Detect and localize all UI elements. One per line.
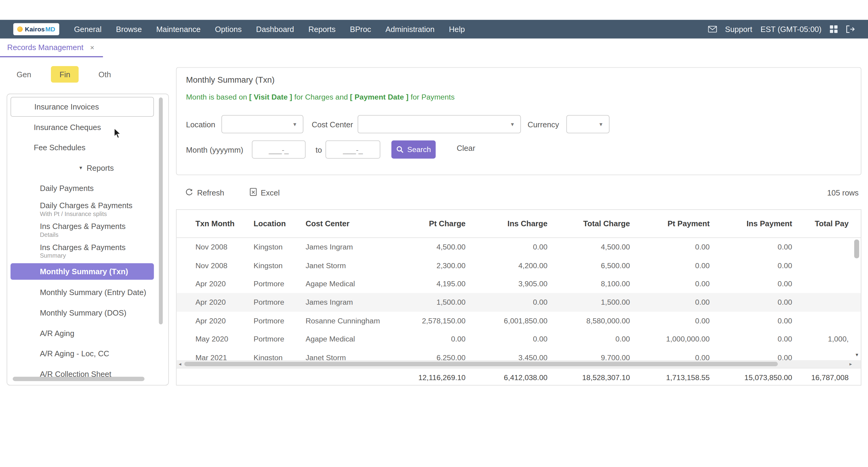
table-cell: 0.00 bbox=[472, 335, 554, 343]
table-row[interactable]: Apr 2020PortmoreRosanne Cunningham2,578,… bbox=[177, 311, 861, 330]
sidebar-item-label: Ins Charges & Payments bbox=[40, 243, 168, 251]
sidebar-item-label: A/R Aging - Loc, CC bbox=[40, 349, 168, 357]
table-cell: Nov 2008 bbox=[177, 261, 254, 270]
sidebar-item-insurance-invoices[interactable]: Insurance Invoices bbox=[10, 97, 154, 117]
sidebar-item-monthly-summary-entry-date[interactable]: Monthly Summary (Entry Date) bbox=[7, 282, 168, 303]
table-cell: 1,500.00 bbox=[554, 298, 637, 306]
apps-grid-icon[interactable] bbox=[830, 25, 838, 33]
sidebar-horizontal-scroll-thumb[interactable] bbox=[13, 377, 145, 381]
nav-item-maintenance[interactable]: Maintenance bbox=[149, 20, 208, 39]
table-cell: 0.00 bbox=[472, 298, 554, 306]
table-cell: 0.00 bbox=[637, 316, 716, 324]
sidebar-item-monthly-summary-txn[interactable]: Monthly Summary (Txn) bbox=[10, 263, 154, 280]
column-header[interactable]: Total Pay bbox=[799, 219, 855, 228]
sidebar-item-monthly-summary-dos[interactable]: Monthly Summary (DOS) bbox=[7, 302, 168, 323]
table-cell: James Ingram bbox=[306, 243, 405, 251]
table-row[interactable]: Nov 2008KingstonJames Ingram4,500.000.00… bbox=[177, 238, 861, 256]
sidebar-item-label: Insurance Cheques bbox=[34, 123, 168, 131]
currency-select[interactable]: ▼ bbox=[566, 115, 610, 133]
table-row[interactable]: Apr 2020PortmoreJames Ingram1,500.000.00… bbox=[177, 293, 861, 311]
app-window: Kairos MD General Browse Maintenance Opt… bbox=[0, 0, 868, 467]
sidebar-item-fee-schedules[interactable]: Fee Schedules bbox=[7, 137, 168, 158]
nav-item-administration[interactable]: Administration bbox=[378, 20, 442, 39]
month-to-input[interactable] bbox=[326, 141, 380, 159]
chevron-down-icon[interactable]: ▾ bbox=[79, 165, 82, 171]
table-cell: James Ingram bbox=[306, 298, 405, 306]
note-visit-date: [ Visit Date ] bbox=[249, 93, 292, 101]
table-cell: 4,195.00 bbox=[405, 280, 472, 288]
table-row[interactable]: May 2020PortmoreAgape Medical0.000.000.0… bbox=[177, 330, 861, 348]
sidebar-item-daily-charges-payments[interactable]: Daily Charges & PaymentsWith Pt / Insura… bbox=[7, 198, 168, 219]
table-toolbar: Refresh Excel 105 rows bbox=[176, 185, 861, 200]
sidebar-vertical-scroll-thumb[interactable] bbox=[159, 97, 163, 324]
support-link[interactable]: Support bbox=[725, 25, 752, 33]
nav-item-options[interactable]: Options bbox=[208, 20, 249, 39]
cost-center-select[interactable]: ▼ bbox=[358, 115, 521, 133]
scroll-right-icon[interactable]: ▸ bbox=[849, 360, 852, 368]
nav-item-dashboard[interactable]: Dashboard bbox=[249, 20, 301, 39]
nav-item-bproc[interactable]: BProc bbox=[343, 20, 378, 39]
table-cell: 0.00 bbox=[472, 243, 554, 251]
nav-item-general[interactable]: General bbox=[67, 20, 109, 39]
table-cell: 0.00 bbox=[637, 298, 716, 306]
table-cell: 0.00 bbox=[405, 335, 472, 343]
note-text: for Charges and bbox=[292, 93, 350, 101]
refresh-label: Refresh bbox=[197, 188, 224, 197]
category-button-fin[interactable]: Fin bbox=[51, 66, 79, 83]
sidebar-item-ar-aging[interactable]: A/R Aging bbox=[7, 323, 168, 343]
table-cell: 0.00 bbox=[637, 261, 716, 270]
mail-icon[interactable] bbox=[708, 26, 717, 33]
sidebar-item-ar-aging-loc-cc[interactable]: A/R Aging - Loc, CC bbox=[7, 343, 168, 364]
category-button-gen[interactable]: Gen bbox=[17, 70, 31, 79]
column-header[interactable]: Total Charge bbox=[554, 219, 637, 228]
clear-button[interactable]: Clear bbox=[457, 144, 475, 152]
column-header[interactable]: Ins Charge bbox=[472, 219, 554, 228]
column-header[interactable]: Location bbox=[254, 219, 306, 228]
table-vertical-scrollbar[interactable]: ▼ bbox=[854, 238, 860, 359]
column-header[interactable]: Ins Payment bbox=[716, 219, 799, 228]
sidebar-item-insurance-cheques[interactable]: Insurance Cheques bbox=[7, 117, 168, 137]
table-cell: Nov 2008 bbox=[177, 243, 254, 251]
table-row[interactable]: Mar 2021KingstonJanet Storm6,250.003,450… bbox=[177, 348, 861, 360]
location-select[interactable]: ▼ bbox=[221, 115, 303, 133]
column-header[interactable]: Cost Center bbox=[306, 219, 405, 228]
excel-button[interactable]: Excel bbox=[250, 188, 280, 197]
table-cell: 1,000, bbox=[799, 335, 855, 343]
table-horizontal-scrollbar[interactable]: ◂ ▸ bbox=[177, 360, 861, 368]
horizontal-scroll-thumb[interactable] bbox=[184, 362, 778, 366]
table-cell: 4,500.00 bbox=[554, 243, 637, 251]
nav-item-browse[interactable]: Browse bbox=[109, 20, 149, 39]
category-button-oth[interactable]: Oth bbox=[99, 70, 111, 79]
app-logo: Kairos MD bbox=[13, 23, 59, 35]
table-cell: 15,073,850.00 bbox=[716, 373, 799, 381]
sidebar-item-daily-payments[interactable]: Daily Payments bbox=[7, 178, 168, 198]
tab-records-management[interactable]: Records Management × bbox=[0, 39, 103, 57]
table-row[interactable]: Nov 2008KingstonJanet Storm2,300.004,200… bbox=[177, 256, 861, 275]
logout-icon[interactable] bbox=[846, 25, 855, 33]
table-cell: 6,412,038.00 bbox=[472, 373, 554, 381]
table-cell: 3,905.00 bbox=[472, 280, 554, 288]
sidebar-item-ins-charges-payments-details[interactable]: Ins Charges & PaymentsDetails bbox=[7, 219, 168, 240]
sidebar-item-label: Monthly Summary (DOS) bbox=[40, 308, 168, 317]
sidebar-item-label: Ins Charges & Payments bbox=[40, 222, 168, 230]
sidebar-item-ins-charges-payments-summary[interactable]: Ins Charges & PaymentsSummary bbox=[7, 240, 168, 261]
sidebar-item-label: Monthly Summary (Entry Date) bbox=[40, 288, 168, 297]
refresh-button[interactable]: Refresh bbox=[185, 188, 224, 197]
column-header[interactable]: Pt Charge bbox=[405, 219, 472, 228]
sidebar-group-reports[interactable]: ▾Reports bbox=[7, 157, 168, 178]
month-from-input[interactable] bbox=[252, 141, 306, 159]
scroll-left-icon[interactable]: ◂ bbox=[179, 360, 181, 368]
table-cell: Portmore bbox=[254, 298, 306, 306]
logo-text: Kairos bbox=[25, 26, 45, 33]
column-header[interactable]: Txn Month bbox=[177, 219, 254, 228]
table-cell: Kingston bbox=[254, 261, 306, 270]
search-button[interactable]: Search bbox=[392, 141, 436, 159]
nav-item-reports[interactable]: Reports bbox=[301, 20, 343, 39]
tab-close-icon[interactable]: × bbox=[90, 44, 94, 51]
nav-item-help[interactable]: Help bbox=[442, 20, 472, 39]
vertical-scroll-thumb[interactable] bbox=[854, 240, 859, 258]
scroll-down-icon[interactable]: ▼ bbox=[854, 351, 860, 359]
table-cell: 6,250.00 bbox=[405, 353, 472, 360]
column-header[interactable]: Pt Payment bbox=[637, 219, 716, 228]
table-row[interactable]: Apr 2020PortmoreAgape Medical4,195.003,9… bbox=[177, 275, 861, 293]
